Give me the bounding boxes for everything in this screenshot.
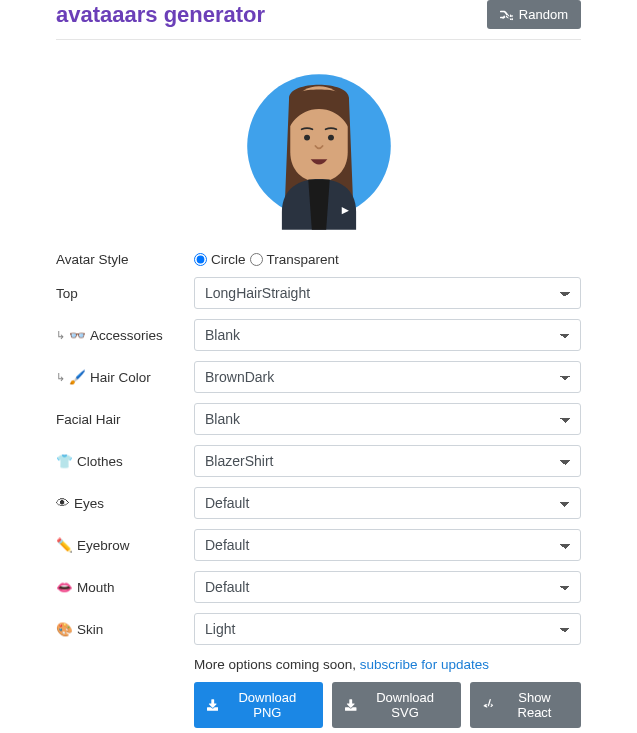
clothes-select[interactable]: BlazerShirt: [194, 445, 581, 477]
eyes-label: 👁 Eyes: [56, 496, 194, 511]
eyebrow-select[interactable]: Default: [194, 529, 581, 561]
clothes-label: 👕 Clothes: [56, 453, 194, 469]
eyebrow-label: ✏️ Eyebrow: [56, 537, 194, 553]
shuffle-icon: [500, 8, 513, 21]
svg-point-2: [327, 135, 333, 141]
download-svg-button[interactable]: Download SVG: [332, 682, 460, 728]
subitem-icon: ↳: [56, 371, 65, 384]
mouth-label: 👄 Mouth: [56, 579, 194, 595]
svg-point-1: [304, 135, 310, 141]
accessories-select[interactable]: Blank: [194, 319, 581, 351]
style-transparent-option[interactable]: Transparent: [250, 252, 339, 267]
page-title: avataaars generator: [56, 2, 265, 28]
eye-icon: 👁: [56, 496, 70, 511]
code-icon: [483, 699, 495, 712]
random-button[interactable]: Random: [487, 0, 581, 29]
footer-text: More options coming soon, subscribe for …: [194, 657, 581, 672]
top-select[interactable]: LongHairStraight: [194, 277, 581, 309]
download-icon: [345, 699, 356, 711]
accessories-label: ↳ 👓 Accessories: [56, 327, 194, 343]
subscribe-link[interactable]: subscribe for updates: [360, 657, 489, 672]
facial-hair-label: Facial Hair: [56, 412, 194, 427]
download-icon: [207, 699, 218, 711]
style-circle-option[interactable]: Circle: [194, 252, 246, 267]
skin-label: 🎨 Skin: [56, 621, 194, 637]
mouth-icon: 👄: [56, 579, 73, 595]
style-circle-radio[interactable]: [194, 253, 207, 266]
facial-hair-select[interactable]: Blank: [194, 403, 581, 435]
download-png-button[interactable]: Download PNG: [194, 682, 323, 728]
brush-icon: 🖌️: [69, 369, 86, 385]
show-react-button[interactable]: Show React: [470, 682, 581, 728]
avatar-preview: [240, 60, 398, 232]
subitem-icon: ↳: [56, 329, 65, 342]
random-button-label: Random: [519, 7, 568, 22]
top-label: Top: [56, 286, 194, 301]
palette-icon: 🎨: [56, 621, 73, 637]
glasses-icon: 👓: [69, 327, 86, 343]
style-transparent-radio[interactable]: [250, 253, 263, 266]
eyes-select[interactable]: Default: [194, 487, 581, 519]
skin-select[interactable]: Light: [194, 613, 581, 645]
hair-color-label: ↳ 🖌️ Hair Color: [56, 369, 194, 385]
avatar-style-label: Avatar Style: [56, 252, 194, 267]
hair-color-select[interactable]: BrownDark: [194, 361, 581, 393]
eyebrow-icon: ✏️: [56, 537, 73, 553]
shirt-icon: 👕: [56, 453, 73, 469]
mouth-select[interactable]: Default: [194, 571, 581, 603]
